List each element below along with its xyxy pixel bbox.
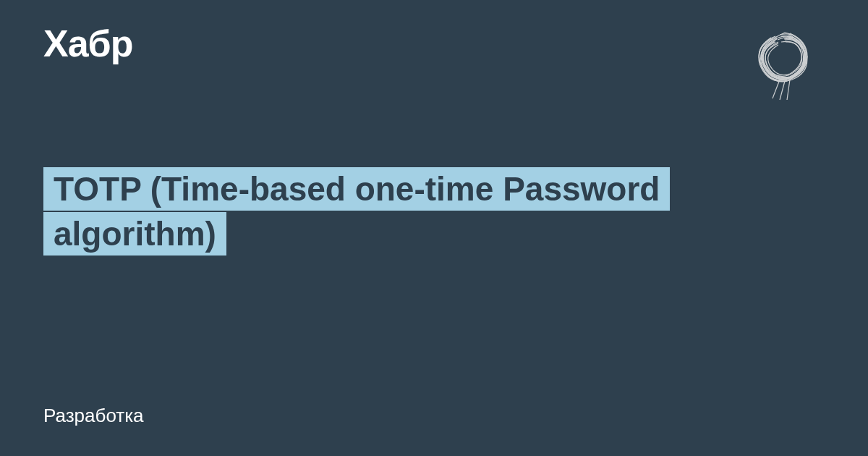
- svg-line-2: [773, 80, 780, 98]
- header: Хабр: [0, 0, 868, 101]
- title-container: TOTP (Time-based one-time Password algor…: [43, 166, 825, 256]
- svg-line-0: [780, 81, 785, 100]
- scribble-icon: [745, 22, 825, 101]
- article-title: TOTP (Time-based one-time Password algor…: [43, 167, 670, 256]
- category-label: Разработка: [43, 405, 144, 427]
- svg-line-1: [787, 80, 790, 100]
- site-logo: Хабр: [43, 22, 133, 65]
